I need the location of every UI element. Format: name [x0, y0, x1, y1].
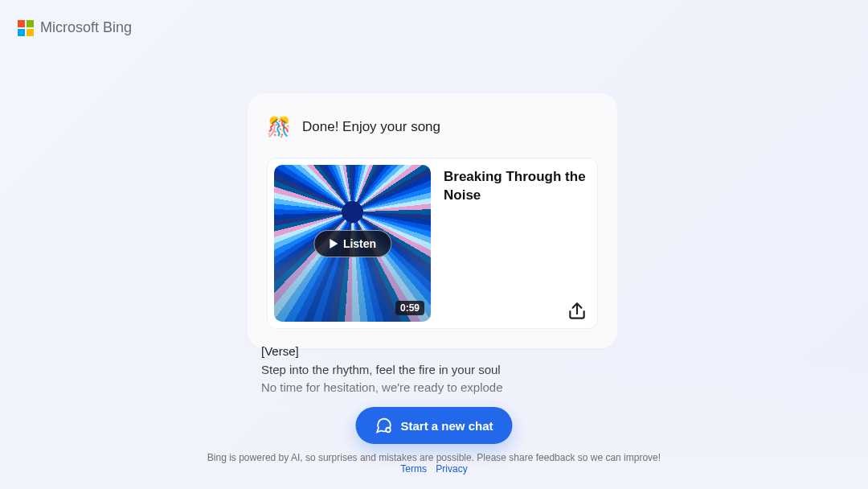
- start-new-chat-button[interactable]: Start a new chat: [355, 407, 512, 444]
- card-header: 🎊 Done! Enjoy your song: [267, 116, 598, 138]
- lyrics-line: No time for hesitation, we're ready to e…: [261, 379, 607, 397]
- brand: Microsoft Bing: [18, 19, 132, 36]
- media-info: Breaking Through the Noise: [444, 165, 591, 322]
- listen-button[interactable]: Listen: [313, 230, 391, 257]
- result-card: 🎊 Done! Enjoy your song Listen 0:59 Brea…: [248, 93, 617, 348]
- song-title: Breaking Through the Noise: [444, 168, 591, 205]
- terms-link[interactable]: Terms: [400, 463, 427, 475]
- song-thumbnail[interactable]: Listen 0:59: [274, 165, 431, 322]
- new-chat-label: Start a new chat: [400, 419, 493, 433]
- duration-badge: 0:59: [395, 301, 424, 315]
- microsoft-logo-icon: [18, 20, 34, 36]
- share-button[interactable]: [563, 298, 591, 325]
- card-status: Done! Enjoy your song: [302, 119, 440, 135]
- confetti-icon: 🎊: [267, 116, 291, 138]
- lyrics-block: [Verse] Step into the rhythm, feel the f…: [261, 343, 607, 397]
- play-icon: [329, 239, 338, 249]
- footer-disclaimer: Bing is powered by AI, so surprises and …: [0, 452, 868, 463]
- media-box: Listen 0:59 Breaking Through the Noise: [267, 158, 598, 329]
- footer: Bing is powered by AI, so surprises and …: [0, 452, 868, 475]
- lyrics-line: Step into the rhythm, feel the fire in y…: [261, 361, 607, 380]
- chat-plus-icon: [375, 417, 392, 434]
- listen-label: Listen: [343, 237, 376, 250]
- brand-label: Microsoft Bing: [40, 19, 132, 36]
- privacy-link[interactable]: Privacy: [436, 463, 467, 475]
- share-icon: [567, 301, 588, 322]
- lyrics-section-label: [Verse]: [261, 343, 607, 361]
